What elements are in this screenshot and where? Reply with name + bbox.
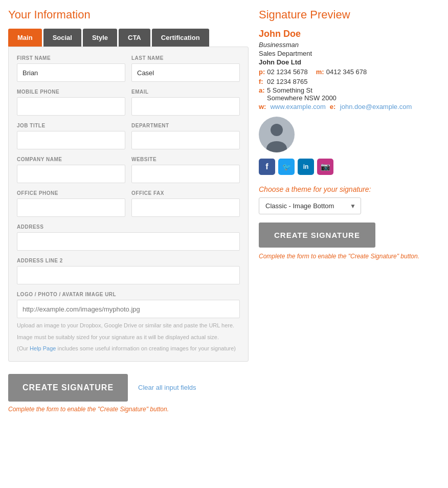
jobtitle-dept-row: JOB TITLE DEPARTMENT	[17, 123, 240, 149]
address2-row: ADDRESS LINE 2	[17, 258, 240, 284]
logo-field: LOGO / PHOTO / AVATAR IMAGE URL	[17, 292, 240, 318]
sig-web-value[interactable]: www.example.com	[270, 103, 325, 110]
sig-addr-label: a:	[259, 86, 265, 94]
signature-preview: John Doe Businessman Sales Department Jo…	[259, 29, 440, 175]
hint3-suffix: includes some useful information on crea…	[56, 345, 236, 351]
image-hint-1: Upload an image to your Dropbox, Google …	[17, 321, 240, 330]
create-signature-button-preview[interactable]: CREATE SIGNATURE	[259, 223, 375, 248]
create-signature-button-main[interactable]: CREATE SIGNATURE	[8, 374, 128, 402]
form-panel: FIRST NAME LAST NAME MOBILE PHONE EMAIL	[8, 47, 249, 362]
company-name-field: COMPANY NAME	[17, 157, 125, 183]
sig-fax-label: f:	[259, 78, 265, 85]
first-name-input[interactable]	[17, 63, 125, 82]
instagram-icon[interactable]: 📷	[317, 159, 333, 175]
email-field: EMAIL	[131, 89, 240, 116]
address2-input[interactable]	[17, 266, 240, 284]
company-name-input[interactable]	[17, 165, 125, 183]
social-icons-row: f 🐦 in 📷	[259, 159, 440, 175]
sig-addr-line2: Somewhere NSW 2000	[267, 94, 337, 102]
sig-department: Sales Department	[259, 50, 440, 57]
twitter-icon[interactable]: 🐦	[278, 159, 295, 175]
image-hint-3: (Our Help Page includes some useful info…	[17, 344, 240, 353]
tab-main[interactable]: Main	[8, 29, 42, 47]
department-field: DEPARTMENT	[131, 123, 240, 149]
facebook-icon[interactable]: f	[259, 159, 275, 175]
sig-mobile: m: 0412 345 678	[316, 68, 367, 76]
last-name-field: LAST NAME	[131, 55, 240, 82]
phone-email-row: MOBILE PHONE EMAIL	[17, 89, 240, 116]
theme-select[interactable]: Classic - Image Bottom Classic - Image T…	[259, 197, 361, 214]
tab-certification[interactable]: Certification	[152, 29, 209, 47]
office-fax-field: OFFICE FAX	[131, 190, 240, 217]
sig-web-label: w:	[259, 103, 266, 110]
office-phone-label: OFFICE PHONE	[17, 190, 125, 196]
your-information-title: Your Information	[8, 8, 249, 21]
first-name-field: FIRST NAME	[17, 55, 125, 82]
officephone-fax-row: OFFICE PHONE OFFICE FAX	[17, 190, 240, 217]
sig-addr-lines: 5 Something St Somewhere NSW 2000	[267, 86, 337, 102]
signature-preview-title: Signature Preview	[259, 8, 440, 21]
sig-name: John Doe	[259, 29, 440, 39]
linkedin-icon[interactable]: in	[298, 159, 314, 175]
email-label: EMAIL	[131, 89, 240, 95]
mobile-phone-label: MOBILE PHONE	[17, 89, 125, 95]
clear-fields-link[interactable]: Clear all input fields	[138, 384, 196, 391]
department-input[interactable]	[131, 131, 240, 149]
left-panel: Your Information Main Social Style CTA C…	[8, 8, 249, 413]
theme-select-wrap: Classic - Image Bottom Classic - Image T…	[259, 197, 361, 214]
sig-phone: p: 02 1234 5678	[259, 68, 308, 76]
sig-address: a: 5 Something St Somewhere NSW 2000	[259, 86, 440, 102]
tab-cta[interactable]: CTA	[119, 29, 150, 47]
sig-web-email: w: www.example.com e: john.doe@example.c…	[259, 103, 440, 110]
mobile-phone-input[interactable]	[17, 97, 125, 116]
sig-fax-value: 02 1234 8765	[267, 78, 308, 85]
job-title-label: JOB TITLE	[17, 123, 125, 128]
address-input[interactable]	[17, 232, 240, 251]
help-page-link[interactable]: Help Page	[30, 345, 56, 351]
job-title-input[interactable]	[17, 131, 125, 149]
address-label: ADDRESS	[17, 224, 240, 230]
sig-title: Businessman	[259, 41, 440, 49]
tabs-bar: Main Social Style CTA Certification	[8, 29, 249, 47]
department-label: DEPARTMENT	[131, 123, 240, 128]
avatar	[259, 117, 295, 152]
form-error-bottom: Complete the form to enable the "Create …	[8, 406, 249, 413]
logo-input[interactable]	[17, 300, 240, 318]
bottom-bar: CREATE SIGNATURE Clear all input fields	[8, 374, 249, 402]
form-error-preview: Complete the form to enable the "Create …	[259, 253, 440, 260]
logo-label: LOGO / PHOTO / AVATAR IMAGE URL	[17, 292, 240, 297]
sig-email-value[interactable]: john.doe@example.com	[340, 103, 412, 110]
avatar-person-icon	[264, 122, 289, 152]
mobile-phone-field: MOBILE PHONE	[17, 89, 125, 116]
website-field: WEBSITE	[131, 157, 240, 183]
right-panel: Signature Preview John Doe Businessman S…	[259, 8, 440, 260]
sig-fax: f: 02 1234 8765	[259, 78, 440, 85]
office-fax-input[interactable]	[131, 198, 240, 217]
sig-mobile-label: m:	[316, 68, 324, 76]
sig-company: John Doe Ltd	[259, 58, 440, 66]
address2-label: ADDRESS LINE 2	[17, 258, 240, 263]
svg-point-1	[266, 141, 287, 152]
address-row: ADDRESS	[17, 224, 240, 251]
address-field: ADDRESS	[17, 224, 240, 251]
tab-social[interactable]: Social	[43, 29, 81, 47]
last-name-input[interactable]	[131, 63, 240, 82]
email-input[interactable]	[131, 97, 240, 116]
tab-style[interactable]: Style	[83, 29, 117, 47]
job-title-field: JOB TITLE	[17, 123, 125, 149]
website-input[interactable]	[131, 165, 240, 183]
sig-addr-line1: 5 Something St	[267, 86, 337, 94]
office-fax-label: OFFICE FAX	[131, 190, 240, 196]
company-website-row: COMPANY NAME WEBSITE	[17, 157, 240, 183]
office-phone-input[interactable]	[17, 198, 125, 217]
logo-row: LOGO / PHOTO / AVATAR IMAGE URL	[17, 292, 240, 318]
sig-phone-row: p: 02 1234 5678 m: 0412 345 678	[259, 68, 440, 77]
office-phone-field: OFFICE PHONE	[17, 190, 125, 217]
company-name-label: COMPANY NAME	[17, 157, 125, 162]
hint3-prefix: Our	[19, 345, 30, 351]
sig-phone-value: 02 1234 5678	[267, 68, 308, 76]
first-name-label: FIRST NAME	[17, 55, 125, 61]
address2-field: ADDRESS LINE 2	[17, 258, 240, 284]
website-label: WEBSITE	[131, 157, 240, 162]
last-name-label: LAST NAME	[131, 55, 240, 61]
